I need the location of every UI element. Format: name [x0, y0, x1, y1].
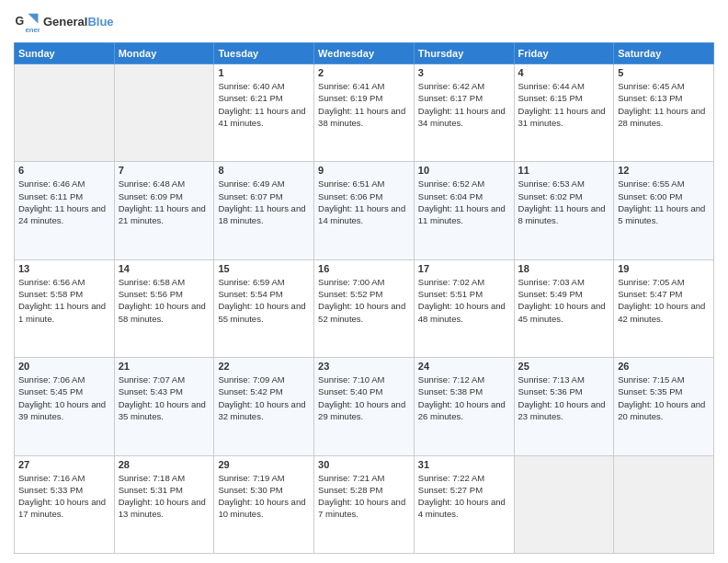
- logo-text: GeneralBlue: [43, 16, 114, 29]
- cell-info: Sunrise: 7:03 AM Sunset: 5:49 PM Dayligh…: [518, 276, 610, 325]
- day-number: 23: [318, 361, 410, 372]
- day-number: 13: [18, 263, 110, 274]
- calendar-cell: 3Sunrise: 6:42 AM Sunset: 6:17 PM Daylig…: [414, 64, 514, 162]
- cell-info: Sunrise: 7:19 AM Sunset: 5:30 PM Dayligh…: [218, 472, 310, 521]
- cell-info: Sunrise: 7:10 AM Sunset: 5:40 PM Dayligh…: [318, 373, 410, 422]
- calendar-cell: 28Sunrise: 7:18 AM Sunset: 5:31 PM Dayli…: [114, 455, 214, 553]
- day-number: 29: [218, 459, 310, 470]
- page: G eneral GeneralBlue SundayMondayTuesday…: [0, 0, 728, 563]
- calendar-cell: 22Sunrise: 7:09 AM Sunset: 5:42 PM Dayli…: [214, 358, 314, 455]
- day-number: 14: [119, 263, 210, 274]
- cell-info: Sunrise: 7:00 AM Sunset: 5:52 PM Dayligh…: [318, 276, 410, 325]
- cell-info: Sunrise: 7:09 AM Sunset: 5:42 PM Dayligh…: [218, 373, 310, 422]
- cell-info: Sunrise: 7:07 AM Sunset: 5:43 PM Dayligh…: [119, 373, 210, 422]
- day-number: 9: [318, 165, 410, 176]
- svg-text:G: G: [16, 15, 25, 28]
- calendar-cell: 27Sunrise: 7:16 AM Sunset: 5:33 PM Dayli…: [15, 455, 115, 553]
- calendar-cell: 24Sunrise: 7:12 AM Sunset: 5:38 PM Dayli…: [414, 358, 514, 455]
- cell-info: Sunrise: 7:22 AM Sunset: 5:27 PM Dayligh…: [418, 472, 510, 521]
- cell-info: Sunrise: 6:40 AM Sunset: 6:21 PM Dayligh…: [218, 80, 310, 129]
- calendar-cell: [614, 455, 714, 553]
- day-number: 11: [518, 165, 610, 176]
- week-row-4: 27Sunrise: 7:16 AM Sunset: 5:33 PM Dayli…: [15, 455, 714, 553]
- day-number: 15: [218, 263, 310, 274]
- calendar-cell: 30Sunrise: 7:21 AM Sunset: 5:28 PM Dayli…: [314, 455, 415, 553]
- day-number: 8: [218, 165, 310, 176]
- calendar-cell: 15Sunrise: 6:59 AM Sunset: 5:54 PM Dayli…: [214, 259, 314, 357]
- calendar-cell: 19Sunrise: 7:05 AM Sunset: 5:47 PM Dayli…: [614, 259, 714, 357]
- calendar-cell: 16Sunrise: 7:00 AM Sunset: 5:52 PM Dayli…: [314, 259, 415, 357]
- cell-info: Sunrise: 7:18 AM Sunset: 5:31 PM Dayligh…: [119, 472, 210, 521]
- day-number: 17: [418, 263, 510, 274]
- cell-info: Sunrise: 6:55 AM Sunset: 6:00 PM Dayligh…: [618, 178, 710, 226]
- calendar-cell: 17Sunrise: 7:02 AM Sunset: 5:51 PM Dayli…: [414, 259, 514, 357]
- col-header-thursday: Thursday: [414, 43, 514, 64]
- col-header-friday: Friday: [514, 43, 614, 64]
- day-number: 26: [618, 361, 710, 372]
- day-number: 10: [418, 165, 510, 176]
- cell-info: Sunrise: 6:41 AM Sunset: 6:19 PM Dayligh…: [318, 80, 410, 129]
- calendar-cell: 20Sunrise: 7:06 AM Sunset: 5:45 PM Dayli…: [15, 358, 115, 455]
- cell-info: Sunrise: 7:21 AM Sunset: 5:28 PM Dayligh…: [318, 472, 410, 521]
- day-number: 2: [318, 67, 410, 78]
- calendar-cell: 13Sunrise: 6:56 AM Sunset: 5:58 PM Dayli…: [15, 259, 115, 357]
- calendar-body: 1Sunrise: 6:40 AM Sunset: 6:21 PM Daylig…: [15, 64, 714, 554]
- day-number: 6: [18, 165, 110, 176]
- day-number: 16: [318, 263, 410, 274]
- cell-info: Sunrise: 6:49 AM Sunset: 6:07 PM Dayligh…: [218, 178, 310, 226]
- header: G eneral GeneralBlue: [14, 9, 714, 35]
- cell-info: Sunrise: 6:56 AM Sunset: 5:58 PM Dayligh…: [18, 276, 110, 325]
- day-number: 25: [518, 361, 610, 372]
- calendar-cell: 5Sunrise: 6:45 AM Sunset: 6:13 PM Daylig…: [614, 64, 714, 162]
- calendar-cell: 9Sunrise: 6:51 AM Sunset: 6:06 PM Daylig…: [314, 162, 415, 259]
- week-row-1: 6Sunrise: 6:46 AM Sunset: 6:11 PM Daylig…: [15, 162, 714, 259]
- calendar-cell: 8Sunrise: 6:49 AM Sunset: 6:07 PM Daylig…: [214, 162, 314, 259]
- cell-info: Sunrise: 6:48 AM Sunset: 6:09 PM Dayligh…: [119, 178, 210, 226]
- calendar-cell: [15, 64, 115, 162]
- logo: G eneral GeneralBlue: [14, 9, 114, 35]
- cell-info: Sunrise: 6:45 AM Sunset: 6:13 PM Dayligh…: [618, 80, 710, 129]
- calendar-cell: 4Sunrise: 6:44 AM Sunset: 6:15 PM Daylig…: [514, 64, 614, 162]
- day-number: 31: [418, 459, 510, 470]
- cell-info: Sunrise: 7:05 AM Sunset: 5:47 PM Dayligh…: [618, 276, 710, 325]
- cell-info: Sunrise: 7:15 AM Sunset: 5:35 PM Dayligh…: [618, 373, 710, 422]
- day-number: 24: [418, 361, 510, 372]
- day-number: 30: [318, 459, 410, 470]
- col-header-wednesday: Wednesday: [314, 43, 415, 64]
- calendar-cell: [514, 455, 614, 553]
- week-row-0: 1Sunrise: 6:40 AM Sunset: 6:21 PM Daylig…: [15, 64, 714, 162]
- day-number: 28: [119, 459, 210, 470]
- day-number: 12: [618, 165, 710, 176]
- cell-info: Sunrise: 6:58 AM Sunset: 5:56 PM Dayligh…: [119, 276, 210, 325]
- day-number: 22: [218, 361, 310, 372]
- day-number: 27: [18, 459, 110, 470]
- calendar-cell: 25Sunrise: 7:13 AM Sunset: 5:36 PM Dayli…: [514, 358, 614, 455]
- col-header-tuesday: Tuesday: [214, 43, 314, 64]
- calendar-header-row: SundayMondayTuesdayWednesdayThursdayFrid…: [15, 43, 714, 64]
- calendar-cell: 23Sunrise: 7:10 AM Sunset: 5:40 PM Dayli…: [314, 358, 415, 455]
- day-number: 1: [218, 67, 310, 78]
- calendar-cell: 21Sunrise: 7:07 AM Sunset: 5:43 PM Dayli…: [114, 358, 214, 455]
- day-number: 3: [418, 67, 510, 78]
- week-row-2: 13Sunrise: 6:56 AM Sunset: 5:58 PM Dayli…: [15, 259, 714, 357]
- cell-info: Sunrise: 6:44 AM Sunset: 6:15 PM Dayligh…: [518, 80, 610, 129]
- cell-info: Sunrise: 6:46 AM Sunset: 6:11 PM Dayligh…: [18, 178, 110, 226]
- logo-icon: G eneral: [14, 9, 40, 35]
- day-number: 20: [18, 361, 110, 372]
- week-row-3: 20Sunrise: 7:06 AM Sunset: 5:45 PM Dayli…: [15, 358, 714, 455]
- day-number: 21: [119, 361, 210, 372]
- svg-text:eneral: eneral: [25, 26, 40, 34]
- calendar-cell: 18Sunrise: 7:03 AM Sunset: 5:49 PM Dayli…: [514, 259, 614, 357]
- cell-info: Sunrise: 6:42 AM Sunset: 6:17 PM Dayligh…: [418, 80, 510, 129]
- cell-info: Sunrise: 7:13 AM Sunset: 5:36 PM Dayligh…: [518, 373, 610, 422]
- calendar-cell: 7Sunrise: 6:48 AM Sunset: 6:09 PM Daylig…: [114, 162, 214, 259]
- calendar-cell: 31Sunrise: 7:22 AM Sunset: 5:27 PM Dayli…: [414, 455, 514, 553]
- cell-info: Sunrise: 7:12 AM Sunset: 5:38 PM Dayligh…: [418, 373, 510, 422]
- col-header-saturday: Saturday: [614, 43, 714, 64]
- col-header-sunday: Sunday: [15, 43, 115, 64]
- day-number: 5: [618, 67, 710, 78]
- day-number: 7: [119, 165, 210, 176]
- calendar-cell: 12Sunrise: 6:55 AM Sunset: 6:00 PM Dayli…: [614, 162, 714, 259]
- col-header-monday: Monday: [114, 43, 214, 64]
- calendar-cell: 29Sunrise: 7:19 AM Sunset: 5:30 PM Dayli…: [214, 455, 314, 553]
